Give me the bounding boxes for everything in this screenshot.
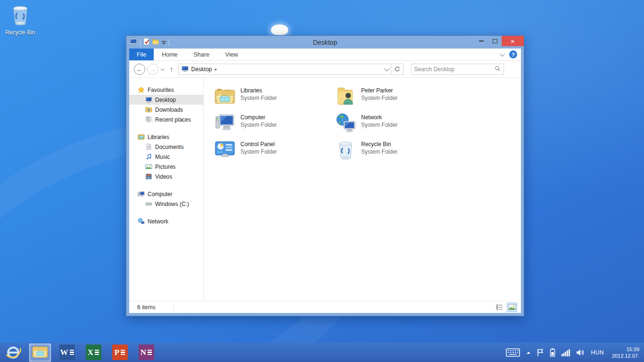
search-input[interactable] (414, 66, 495, 73)
sidebar-item-network[interactable]: Network (129, 216, 203, 226)
onenote-letter: N (140, 348, 146, 357)
help-icon[interactable]: ? (509, 50, 517, 58)
file-item-recycle-bin[interactable]: Recycle BinSystem Folder (335, 140, 456, 160)
document-icon (145, 143, 152, 150)
downloads-icon (145, 106, 152, 113)
properties-icon[interactable] (143, 38, 149, 47)
taskbar-word[interactable]: W (54, 343, 80, 362)
word-page-icon (70, 350, 74, 355)
titlebar[interactable]: Desktop × (126, 36, 524, 49)
window-client-area: File Home Share View ? ← → ↑ Desktop ▸ (129, 49, 521, 313)
hard-drive-icon (145, 200, 152, 207)
refresh-button[interactable] (391, 64, 404, 75)
content-area: Favourites Desktop Downloads Recent plac… (129, 78, 521, 301)
qat-separator (169, 39, 169, 46)
tab-share[interactable]: Share (186, 49, 217, 60)
pictures-icon (145, 163, 152, 170)
address-dropdown-icon[interactable] (384, 66, 389, 71)
desktop-recycle-bin[interactable]: Recycle Bin (3, 4, 38, 36)
sidebar-item-desktop[interactable]: Desktop (129, 95, 203, 105)
expand-ribbon-icon[interactable] (500, 51, 505, 56)
sidebar-item-recent-places[interactable]: Recent places (129, 115, 203, 124)
thumbnails-view-button[interactable] (507, 303, 517, 312)
file-item-control-panel[interactable]: Control PanelSystem Folder (215, 140, 335, 160)
wallpaper-flower (271, 25, 288, 35)
ribbon-tabs: File Home Share View ? (129, 49, 521, 61)
qat-customize-icon[interactable] (162, 38, 166, 47)
touch-keyboard-icon[interactable] (506, 348, 520, 357)
network-large-icon (335, 113, 356, 133)
sidebar-item-documents[interactable]: Documents (129, 142, 203, 152)
window-controls: × (474, 36, 524, 46)
taskbar-powerpoint[interactable]: P (107, 343, 133, 362)
sidebar-item-videos[interactable]: Videos (129, 172, 203, 181)
onenote-page-icon (148, 350, 152, 355)
control-panel-icon (215, 140, 235, 160)
taskbar-onenote[interactable]: N (133, 343, 159, 362)
search-box (411, 64, 504, 75)
navigation-bar: ← → ↑ Desktop ▸ (129, 61, 521, 78)
excel-page-icon (95, 350, 99, 355)
status-bar: 6 items (129, 301, 521, 313)
breadcrumb[interactable]: Desktop (191, 66, 212, 73)
minimize-button[interactable] (474, 36, 488, 46)
network-icon (138, 218, 145, 225)
location-icon (182, 65, 189, 74)
user-folder-icon (335, 86, 356, 107)
file-item-libraries[interactable]: LibrariesSystem Folder (215, 86, 335, 107)
sidebar-item-pictures[interactable]: Pictures (129, 162, 203, 172)
language-indicator[interactable]: HUN (591, 349, 604, 356)
back-button[interactable]: ← (134, 64, 145, 75)
recycle-bin-icon (335, 140, 356, 160)
file-item-computer[interactable]: ComputerSystem Folder (215, 113, 335, 133)
up-button[interactable]: ↑ (170, 65, 173, 73)
show-hidden-icons-icon[interactable] (526, 351, 531, 354)
search-icon[interactable] (495, 65, 501, 74)
sidebar-item-music[interactable]: Music (129, 152, 203, 162)
tab-home[interactable]: Home (154, 49, 185, 60)
quick-access-toolbar (126, 36, 169, 49)
recycle-bin-icon (9, 20, 31, 28)
details-view-button[interactable] (494, 303, 504, 312)
navigation-pane: Favourites Desktop Downloads Recent plac… (129, 78, 204, 301)
explorer-window: Desktop × File Home Share View ? ← → ↑ (126, 35, 524, 316)
libraries-folder-icon (215, 86, 235, 107)
sidebar-item-libraries[interactable]: Libraries (129, 132, 203, 142)
tray-date: 2012.12.07. (612, 353, 639, 359)
file-list: LibrariesSystem Folder Peter ParkerSyste… (204, 78, 521, 301)
status-separator (173, 304, 174, 311)
action-center-flag-icon[interactable] (537, 348, 544, 357)
system-tray: HUN 15:39 2012.12.07. (506, 346, 644, 359)
excel-letter: X (88, 348, 93, 357)
file-item-peter-parker[interactable]: Peter ParkerSystem Folder (335, 86, 456, 107)
taskbar-excel[interactable]: X (80, 343, 107, 362)
sidebar-item-downloads[interactable]: Downloads (129, 105, 203, 115)
music-note-icon (145, 153, 152, 160)
tab-view[interactable]: View (217, 49, 246, 60)
volume-icon[interactable] (576, 349, 585, 356)
battery-icon[interactable] (550, 348, 555, 357)
close-button[interactable]: × (502, 36, 524, 46)
clock[interactable]: 15:39 2012.12.07. (610, 346, 639, 359)
taskbar-file-explorer[interactable] (29, 344, 51, 362)
breadcrumb-arrow-icon[interactable]: ▸ (215, 66, 217, 72)
tab-file[interactable]: File (129, 49, 154, 60)
recent-locations-icon[interactable] (161, 66, 165, 70)
address-bar[interactable]: Desktop ▸ (178, 64, 391, 75)
computer-large-icon (215, 113, 235, 133)
forward-button[interactable]: → (147, 64, 158, 75)
network-signal-icon[interactable] (561, 349, 570, 356)
taskbar: W X P N HUN 15:39 (0, 343, 644, 362)
videos-icon (145, 173, 152, 180)
maximize-button[interactable] (488, 36, 502, 46)
tray-time: 15:39 (612, 346, 639, 353)
system-menu-icon[interactable] (130, 38, 137, 47)
window-title: Desktop (126, 39, 524, 46)
computer-icon (138, 190, 145, 197)
sidebar-item-computer[interactable]: Computer (129, 189, 203, 199)
taskbar-internet-explorer[interactable] (0, 343, 26, 362)
sidebar-item-favourites[interactable]: Favourites (129, 85, 203, 95)
file-item-network[interactable]: NetworkSystem Folder (335, 113, 456, 133)
new-folder-icon[interactable] (152, 38, 159, 47)
sidebar-item-windows-c[interactable]: Windows (C:) (129, 199, 203, 209)
